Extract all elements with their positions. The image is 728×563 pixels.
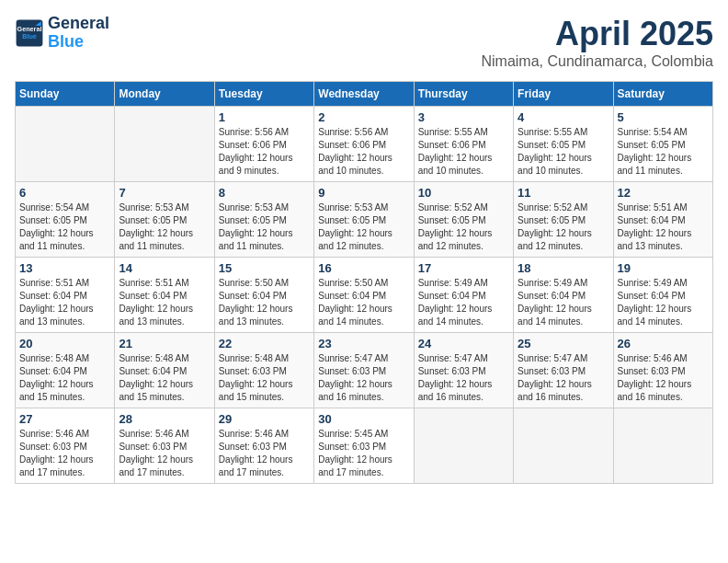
- calendar-cell: 8Sunrise: 5:53 AM Sunset: 6:05 PM Daylig…: [214, 182, 313, 258]
- day-info: Sunrise: 5:53 AM Sunset: 6:05 PM Dayligh…: [119, 201, 210, 253]
- calendar-week-row: 13Sunrise: 5:51 AM Sunset: 6:04 PM Dayli…: [16, 258, 713, 333]
- day-info: Sunrise: 5:51 AM Sunset: 6:04 PM Dayligh…: [19, 277, 110, 328]
- calendar-cell: 2Sunrise: 5:56 AM Sunset: 6:06 PM Daylig…: [314, 107, 414, 182]
- day-number: 22: [219, 337, 310, 350]
- logo-text: GeneralBlue: [48, 15, 109, 52]
- day-info: Sunrise: 5:46 AM Sunset: 6:03 PM Dayligh…: [19, 428, 110, 479]
- page-header: General Blue GeneralBlue April 2025 Nima…: [15, 15, 713, 70]
- day-info: Sunrise: 5:46 AM Sunset: 6:03 PM Dayligh…: [219, 428, 310, 479]
- weekday-header: Friday: [514, 82, 613, 107]
- day-info: Sunrise: 5:48 AM Sunset: 6:04 PM Dayligh…: [119, 352, 210, 404]
- day-number: 13: [19, 261, 110, 275]
- calendar-cell: 23Sunrise: 5:47 AM Sunset: 6:03 PM Dayli…: [314, 333, 414, 408]
- day-number: 19: [618, 261, 709, 275]
- day-number: 10: [418, 186, 509, 200]
- day-info: Sunrise: 5:47 AM Sunset: 6:03 PM Dayligh…: [418, 352, 509, 404]
- day-number: 27: [19, 412, 110, 426]
- calendar-table: SundayMondayTuesdayWednesdayThursdayFrid…: [15, 81, 713, 484]
- calendar-cell: 9Sunrise: 5:53 AM Sunset: 6:05 PM Daylig…: [314, 182, 414, 258]
- day-number: 24: [418, 337, 509, 350]
- calendar-cell: 3Sunrise: 5:55 AM Sunset: 6:06 PM Daylig…: [414, 107, 513, 182]
- calendar-cell: 27Sunrise: 5:46 AM Sunset: 6:03 PM Dayli…: [16, 408, 115, 484]
- day-number: 29: [219, 412, 310, 426]
- logo: General Blue GeneralBlue: [15, 15, 109, 52]
- day-info: Sunrise: 5:45 AM Sunset: 6:03 PM Dayligh…: [318, 428, 409, 479]
- logo-icon: General Blue: [15, 18, 44, 48]
- calendar-cell: 12Sunrise: 5:51 AM Sunset: 6:04 PM Dayli…: [613, 182, 712, 258]
- day-info: Sunrise: 5:49 AM Sunset: 6:04 PM Dayligh…: [418, 277, 509, 328]
- weekday-header: Monday: [115, 82, 214, 107]
- day-info: Sunrise: 5:54 AM Sunset: 6:05 PM Dayligh…: [19, 201, 110, 253]
- location-title: Nimaima, Cundinamarca, Colombia: [481, 53, 713, 70]
- calendar-cell: 13Sunrise: 5:51 AM Sunset: 6:04 PM Dayli…: [16, 258, 115, 333]
- calendar-week-row: 1Sunrise: 5:56 AM Sunset: 6:06 PM Daylig…: [16, 107, 713, 182]
- calendar-cell: 22Sunrise: 5:48 AM Sunset: 6:03 PM Dayli…: [214, 333, 313, 408]
- day-number: 18: [518, 261, 609, 275]
- day-info: Sunrise: 5:54 AM Sunset: 6:05 PM Dayligh…: [618, 126, 709, 178]
- calendar-cell: [16, 107, 115, 182]
- day-info: Sunrise: 5:53 AM Sunset: 6:05 PM Dayligh…: [219, 201, 310, 253]
- calendar-cell: 11Sunrise: 5:52 AM Sunset: 6:05 PM Dayli…: [514, 182, 613, 258]
- calendar-cell: 5Sunrise: 5:54 AM Sunset: 6:05 PM Daylig…: [613, 107, 712, 182]
- day-number: 26: [618, 337, 709, 350]
- calendar-cell: [115, 107, 214, 182]
- day-number: 3: [418, 110, 509, 124]
- calendar-cell: 17Sunrise: 5:49 AM Sunset: 6:04 PM Dayli…: [414, 258, 513, 333]
- day-number: 25: [518, 337, 609, 350]
- day-number: 14: [119, 261, 210, 275]
- weekday-header-row: SundayMondayTuesdayWednesdayThursdayFrid…: [16, 82, 713, 107]
- day-info: Sunrise: 5:52 AM Sunset: 6:05 PM Dayligh…: [418, 201, 509, 253]
- day-info: Sunrise: 5:49 AM Sunset: 6:04 PM Dayligh…: [518, 277, 609, 328]
- calendar-cell: 25Sunrise: 5:47 AM Sunset: 6:03 PM Dayli…: [514, 333, 613, 408]
- calendar-cell: 30Sunrise: 5:45 AM Sunset: 6:03 PM Dayli…: [314, 408, 414, 484]
- day-number: 8: [219, 186, 310, 200]
- calendar-cell: 14Sunrise: 5:51 AM Sunset: 6:04 PM Dayli…: [115, 258, 214, 333]
- calendar-cell: 24Sunrise: 5:47 AM Sunset: 6:03 PM Dayli…: [414, 333, 513, 408]
- day-number: 4: [518, 110, 609, 124]
- weekday-header: Sunday: [16, 82, 115, 107]
- calendar-cell: 10Sunrise: 5:52 AM Sunset: 6:05 PM Dayli…: [414, 182, 513, 258]
- day-info: Sunrise: 5:46 AM Sunset: 6:03 PM Dayligh…: [618, 352, 709, 404]
- weekday-header: Saturday: [613, 82, 712, 107]
- calendar-week-row: 6Sunrise: 5:54 AM Sunset: 6:05 PM Daylig…: [16, 182, 713, 258]
- calendar-cell: [414, 408, 513, 484]
- day-info: Sunrise: 5:48 AM Sunset: 6:04 PM Dayligh…: [19, 352, 110, 404]
- calendar-cell: 18Sunrise: 5:49 AM Sunset: 6:04 PM Dayli…: [514, 258, 613, 333]
- day-number: 11: [518, 186, 609, 200]
- day-info: Sunrise: 5:47 AM Sunset: 6:03 PM Dayligh…: [318, 352, 409, 404]
- calendar-cell: 16Sunrise: 5:50 AM Sunset: 6:04 PM Dayli…: [314, 258, 414, 333]
- day-number: 17: [418, 261, 509, 275]
- day-number: 9: [318, 186, 409, 200]
- day-number: 21: [119, 337, 210, 350]
- day-number: 15: [219, 261, 310, 275]
- calendar-week-row: 27Sunrise: 5:46 AM Sunset: 6:03 PM Dayli…: [16, 408, 713, 484]
- calendar-cell: 20Sunrise: 5:48 AM Sunset: 6:04 PM Dayli…: [16, 333, 115, 408]
- calendar-cell: 29Sunrise: 5:46 AM Sunset: 6:03 PM Dayli…: [214, 408, 313, 484]
- calendar-cell: 7Sunrise: 5:53 AM Sunset: 6:05 PM Daylig…: [115, 182, 214, 258]
- day-info: Sunrise: 5:48 AM Sunset: 6:03 PM Dayligh…: [219, 352, 310, 404]
- day-info: Sunrise: 5:46 AM Sunset: 6:03 PM Dayligh…: [119, 428, 210, 479]
- day-number: 23: [318, 337, 409, 350]
- day-info: Sunrise: 5:51 AM Sunset: 6:04 PM Dayligh…: [618, 201, 709, 253]
- month-title: April 2025: [481, 15, 713, 53]
- calendar-cell: [514, 408, 613, 484]
- day-info: Sunrise: 5:55 AM Sunset: 6:05 PM Dayligh…: [518, 126, 609, 178]
- day-info: Sunrise: 5:51 AM Sunset: 6:04 PM Dayligh…: [119, 277, 210, 328]
- calendar-cell: 15Sunrise: 5:50 AM Sunset: 6:04 PM Dayli…: [214, 258, 313, 333]
- calendar-cell: 28Sunrise: 5:46 AM Sunset: 6:03 PM Dayli…: [115, 408, 214, 484]
- day-number: 1: [219, 110, 310, 124]
- day-info: Sunrise: 5:56 AM Sunset: 6:06 PM Dayligh…: [219, 126, 310, 178]
- day-info: Sunrise: 5:49 AM Sunset: 6:04 PM Dayligh…: [618, 277, 709, 328]
- day-info: Sunrise: 5:56 AM Sunset: 6:06 PM Dayligh…: [318, 126, 409, 178]
- calendar-cell: 1Sunrise: 5:56 AM Sunset: 6:06 PM Daylig…: [214, 107, 313, 182]
- day-info: Sunrise: 5:50 AM Sunset: 6:04 PM Dayligh…: [219, 277, 310, 328]
- day-info: Sunrise: 5:52 AM Sunset: 6:05 PM Dayligh…: [518, 201, 609, 253]
- day-number: 5: [618, 110, 709, 124]
- day-info: Sunrise: 5:53 AM Sunset: 6:05 PM Dayligh…: [318, 201, 409, 253]
- day-info: Sunrise: 5:55 AM Sunset: 6:06 PM Dayligh…: [418, 126, 509, 178]
- day-number: 20: [19, 337, 110, 350]
- calendar-cell: 4Sunrise: 5:55 AM Sunset: 6:05 PM Daylig…: [514, 107, 613, 182]
- day-info: Sunrise: 5:47 AM Sunset: 6:03 PM Dayligh…: [518, 352, 609, 404]
- day-number: 12: [618, 186, 709, 200]
- day-info: Sunrise: 5:50 AM Sunset: 6:04 PM Dayligh…: [318, 277, 409, 328]
